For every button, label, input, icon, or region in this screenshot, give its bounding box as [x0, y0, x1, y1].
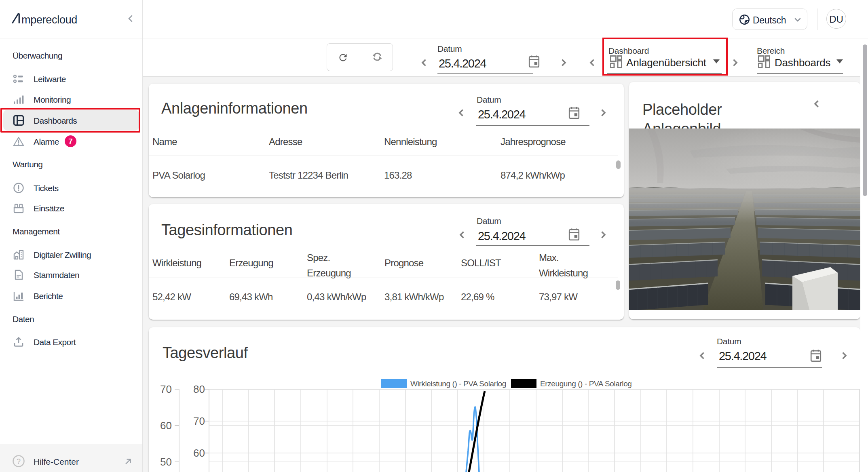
- svg-text:mperecloud: mperecloud: [21, 14, 77, 26]
- svg-text:?: ?: [17, 457, 21, 466]
- svg-text:70: 70: [160, 383, 172, 395]
- svg-text:60: 60: [160, 419, 172, 432]
- svg-text:50: 50: [160, 456, 172, 468]
- svg-text:70: 70: [193, 415, 205, 427]
- svg-text:60: 60: [193, 447, 205, 459]
- svg-text:80: 80: [193, 383, 205, 395]
